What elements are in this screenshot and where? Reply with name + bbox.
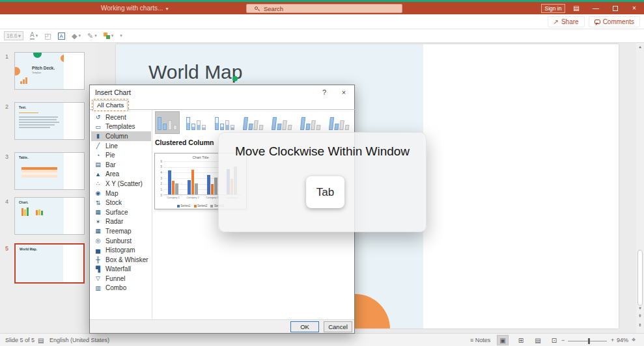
chart-subtype-button[interactable] [270, 111, 294, 134]
chart-type-icon: ▜ [94, 266, 102, 273]
slide-sorter-button[interactable]: ⊞ [515, 335, 527, 345]
mini-bar-icon [186, 117, 190, 130]
document-title[interactable]: Working with charts...▾ [101, 5, 168, 12]
chart-type-item[interactable]: ◔ Pie [91, 150, 151, 160]
chart-type-item[interactable]: ▮ Column [91, 131, 151, 141]
mini-bar-icon [300, 117, 305, 130]
mini-bar-icon [202, 125, 206, 130]
chart-type-item[interactable]: ◉ Map [91, 189, 151, 198]
zoom-level[interactable]: 94% [617, 337, 628, 343]
chart-type-label: Line [105, 142, 118, 150]
chart-type-item[interactable]: ▦ Surface [91, 207, 151, 217]
chart-type-item[interactable]: ✶ Radar [91, 217, 151, 227]
text-box-icon: A [58, 33, 65, 40]
text-box-button[interactable]: A [58, 33, 65, 40]
proofing-icon[interactable]: ▤ [38, 337, 44, 344]
chart-type-item[interactable]: ▜ Waterfall [91, 265, 151, 274]
fit-to-window-icon[interactable]: ⌖ [632, 336, 636, 344]
tab-all-charts[interactable]: All Charts [93, 100, 128, 110]
notes-label: Notes [475, 337, 491, 343]
chart-type-item[interactable]: ▤ Bar [91, 160, 151, 170]
share-button[interactable]: ↗Share [548, 16, 585, 27]
chart-type-item[interactable]: ⇅ Stock [91, 198, 151, 207]
zoom-out-button[interactable]: − [561, 337, 565, 343]
chart-type-icon: ◉ [94, 190, 102, 196]
font-size-box[interactable]: 18.6▾ [4, 31, 23, 40]
chart-subtype-button[interactable] [327, 111, 352, 134]
chart-type-item[interactable]: ∴ X Y (Scatter) [91, 179, 151, 189]
notes-button[interactable]: ≡ Notes [470, 337, 490, 343]
qat-overflow-button[interactable]: ▾ [120, 33, 122, 38]
cancel-button[interactable]: Cancel [324, 321, 352, 332]
chart-subtype-button[interactable] [241, 111, 266, 134]
slide-title[interactable]: World Map [148, 61, 243, 83]
chart-type-label: Surface [105, 209, 128, 216]
thumb-title: Pitch Deck. [32, 66, 55, 70]
y-tick-label: 2 [160, 182, 162, 185]
normal-view-button[interactable]: ▣ [497, 335, 509, 345]
dialog-help-button[interactable]: ? [315, 85, 333, 100]
slide-thumbnail-4[interactable]: Chart. [14, 197, 85, 235]
decor-table-row [21, 167, 57, 170]
zoom-in-button[interactable]: + [611, 337, 614, 343]
sign-in-button[interactable]: Sign in [541, 4, 565, 13]
y-tick-label: 3 [160, 177, 162, 180]
arrange-button[interactable]: ▾ [104, 33, 114, 39]
dialog-title: Insert Chart [95, 88, 131, 96]
chart-type-item[interactable]: ▭ Templates [91, 122, 151, 132]
chart-type-item[interactable]: ╫ Box & Whisker [91, 255, 151, 265]
decor-chart-icon [36, 209, 43, 215]
dialog-close-button[interactable]: × [335, 85, 353, 100]
ribbon-options-icon[interactable]: ▤ [568, 2, 585, 14]
chart-subtype-button[interactable] [298, 111, 323, 134]
scrollbar-thumb[interactable] [637, 250, 643, 306]
chart-type-icon: ▮ [94, 133, 102, 139]
close-button[interactable]: × [626, 2, 643, 14]
slide-thumbnail-5[interactable]: World Map. [14, 243, 85, 284]
chart-type-item[interactable]: ╱ Line [91, 141, 151, 151]
restore-button[interactable] [607, 2, 624, 14]
comments-button[interactable]: Comments [589, 16, 640, 27]
shape-fill-button[interactable]: ◆▾ [72, 32, 81, 40]
chart-subtype-button[interactable] [212, 111, 237, 134]
slide-thumbnail-1[interactable]: Pitch Deck. Template [14, 52, 85, 90]
format-painter-button[interactable]: ✎▾ [87, 32, 97, 40]
scroll-down-icon[interactable]: ▾ [636, 306, 644, 311]
font-color-button[interactable]: A▾ [30, 32, 38, 40]
decor-line [19, 127, 50, 128]
ok-button[interactable]: OK [290, 321, 319, 332]
chart-type-item[interactable]: ◎ Sunburst [91, 236, 151, 246]
slide-thumbnail-2[interactable]: Text. [14, 102, 85, 140]
chart-type-icon: ∴ [94, 180, 102, 187]
vertical-scrollbar[interactable]: ▴ ▾ ⇞ ⇟ [636, 43, 644, 333]
chevron-down-icon: ▾ [36, 33, 38, 38]
chart-type-item[interactable]: ▅ Histogram [91, 245, 151, 255]
chart-type-item[interactable]: ▽ Funnel [91, 274, 151, 284]
shape-outline-button[interactable]: ◰ [44, 32, 51, 40]
bar [211, 184, 214, 194]
decor-circle [14, 67, 20, 75]
chart-type-label: Map [105, 190, 118, 197]
zoom-slider-thumb[interactable] [588, 338, 590, 344]
chart-type-label: Area [105, 170, 119, 178]
chart-type-item[interactable]: ↺ Recent [91, 113, 151, 122]
chart-subtype-button[interactable] [155, 111, 180, 134]
language-indicator[interactable]: English (United States) [49, 337, 109, 343]
chart-type-icon: ▦ [94, 209, 102, 215]
mini-bar-icon [272, 117, 277, 130]
slideshow-button[interactable]: ⊡ [548, 335, 560, 345]
chart-type-item[interactable]: ▦ Treemap [91, 226, 151, 236]
slide-thumbnail-3[interactable]: Table.. [14, 152, 85, 190]
chart-type-item[interactable]: ▥ Combo [91, 284, 151, 293]
minimize-button[interactable]: — [587, 2, 604, 14]
scroll-up-icon[interactable]: ▴ [636, 44, 644, 49]
chart-type-item[interactable]: ▲ Area [91, 170, 151, 180]
chart-subtype-button[interactable] [184, 111, 208, 134]
reading-view-button[interactable]: ▤ [532, 335, 544, 345]
next-slide-icon[interactable]: ⇟ [636, 323, 644, 328]
chart-type-icon: ▤ [94, 161, 102, 168]
previous-slide-icon[interactable]: ⇞ [636, 313, 644, 319]
zoom-slider-track[interactable] [568, 341, 607, 341]
chevron-down-icon: ▾ [120, 33, 122, 38]
search-input[interactable]: Search [246, 4, 402, 13]
